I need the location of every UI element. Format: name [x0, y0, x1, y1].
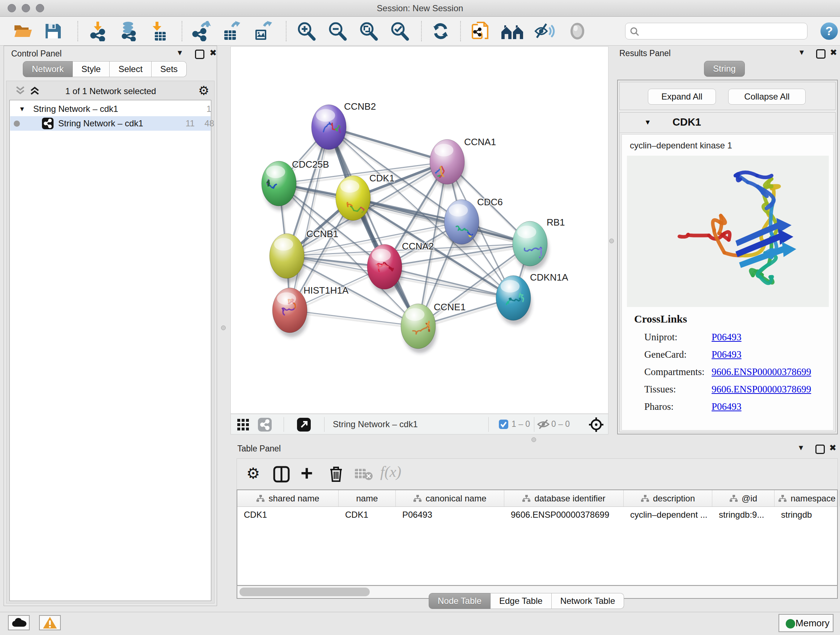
crosslink-link[interactable]: P06493: [712, 332, 742, 343]
column-header-shared-name[interactable]: shared name: [237, 490, 339, 507]
crosslink-link[interactable]: P06493: [712, 349, 742, 360]
scrollbar-thumb[interactable]: [240, 587, 370, 596]
collection-count: 1: [200, 104, 211, 114]
svg-text:?: ?: [826, 24, 833, 38]
network-collection-row[interactable]: ▼ String Network – cdk1 1: [10, 102, 210, 116]
crosslink-row: Uniprot:P06493: [644, 332, 832, 343]
collapse-panel-icon[interactable]: ▾: [799, 47, 804, 57]
table-cell: CDK1: [237, 507, 339, 523]
show-columns-icon[interactable]: [273, 466, 290, 484]
network-row-selected[interactable]: String Network – cdk1 11 48: [10, 116, 210, 131]
tab-edge-table[interactable]: Edge Table: [491, 593, 552, 609]
node-label: CCNA2: [402, 241, 434, 252]
crosslink-link[interactable]: 9606.ENSP00000378699: [712, 366, 811, 378]
zoom-out-icon[interactable]: [327, 21, 347, 41]
birdseye-grid-icon[interactable]: [237, 418, 249, 432]
delete-table-icon[interactable]: [355, 467, 373, 482]
selected-checkbox-icon[interactable]: [499, 419, 508, 431]
import-network-database-icon[interactable]: [118, 21, 139, 41]
tab-node-table[interactable]: Node Table: [429, 593, 491, 609]
function-builder-icon[interactable]: f(x): [380, 463, 401, 480]
zoom-in-icon[interactable]: [296, 21, 316, 41]
string-home-icon[interactable]: [501, 21, 521, 41]
tree-expander-icon[interactable]: ▼: [19, 105, 25, 113]
node-label: CDK1: [369, 173, 394, 184]
import-table-icon[interactable]: [150, 21, 170, 41]
memory-button[interactable]: Memory: [778, 614, 834, 632]
node-label: CDC6: [477, 196, 503, 207]
export-table-icon[interactable]: [221, 21, 242, 41]
table-header-row: shared namenamecanonical namedatabase id…: [237, 490, 837, 507]
collapse-panel-icon[interactable]: ▾: [178, 48, 182, 57]
expand-all-button[interactable]: Expand All: [648, 89, 716, 105]
tab-style[interactable]: Style: [73, 61, 110, 77]
delete-column-icon[interactable]: [328, 465, 344, 484]
tab-sets[interactable]: Sets: [152, 61, 187, 77]
string-network-icon: [42, 117, 54, 130]
search-icon: [630, 27, 639, 36]
section-expander-icon[interactable]: ▼: [644, 119, 651, 126]
column-header-database-identifier[interactable]: database identifier: [504, 490, 624, 507]
gene-description: cyclin–dependent kinase 1: [630, 141, 732, 150]
column-label: canonical name: [425, 494, 486, 504]
collapse-all-button[interactable]: Collapse All: [728, 89, 806, 105]
table-row[interactable]: CDK1CDK1P064939606.ENSP00000378699cyclin…: [237, 507, 837, 523]
network-view-title: String Network – cdk1: [333, 419, 418, 429]
open-session-icon[interactable]: [13, 21, 33, 41]
save-session-icon[interactable]: [43, 21, 63, 41]
network-view[interactable]: CCNB2CCNA1CDC25BCDK1CDC6RB1CCNB1CCNA2CDK…: [231, 46, 608, 414]
network-type-icon[interactable]: [257, 417, 272, 433]
tab-network[interactable]: Network: [23, 61, 73, 77]
import-network-file-icon[interactable]: [88, 21, 109, 41]
open-in-window-icon[interactable]: [297, 417, 311, 433]
show-hide-icon[interactable]: [534, 21, 554, 41]
tab-select[interactable]: Select: [110, 61, 152, 77]
edge-count: 48: [200, 119, 214, 128]
column-label: shared name: [268, 494, 319, 504]
node-label: CDC25B: [292, 159, 329, 170]
column-header-namespace[interactable]: namespace: [775, 490, 840, 507]
float-panel-icon[interactable]: [816, 49, 826, 59]
close-panel-icon[interactable]: ✖: [830, 48, 837, 57]
table-options-gear-icon[interactable]: ⚙: [246, 464, 260, 482]
crosslink-link[interactable]: 9606.ENSP00000378699: [712, 384, 811, 395]
column-header-name[interactable]: name: [339, 490, 396, 507]
float-panel-icon[interactable]: [815, 445, 825, 454]
cloud-button[interactable]: [8, 615, 30, 630]
hidden-count: 0 – 0: [551, 419, 570, 429]
export-image-icon[interactable]: [253, 21, 273, 41]
node-gloss: [372, 249, 391, 261]
tab-string[interactable]: String: [704, 61, 745, 77]
column-header-canonical-name[interactable]: canonical name: [396, 490, 504, 507]
zoom-selected-icon[interactable]: [389, 21, 409, 41]
collapse-panel-icon[interactable]: ▾: [799, 442, 803, 453]
crosslink-link[interactable]: P06493: [712, 401, 742, 412]
float-panel-icon[interactable]: [195, 50, 204, 59]
search-input[interactable]: [642, 25, 801, 38]
clone-network-icon[interactable]: [470, 21, 491, 41]
vertical-splitter-handle[interactable]: [221, 325, 226, 330]
help-icon[interactable]: ?: [820, 22, 840, 42]
hidden-eye-icon[interactable]: [537, 419, 550, 431]
shared-column-icon: [729, 494, 738, 502]
results-panel-title: Results Panel: [619, 49, 671, 58]
eye-disabled-icon[interactable]: [567, 21, 587, 41]
column-header-description[interactable]: description: [624, 490, 712, 507]
refresh-icon[interactable]: [431, 21, 451, 41]
network-options-gear-icon[interactable]: ⚙: [198, 83, 209, 98]
table-type-tabs: Node TableEdge TableNetwork Table: [429, 593, 624, 609]
gene-section-header[interactable]: ▼ CDK1: [620, 112, 835, 133]
column-header--id[interactable]: @id: [712, 490, 775, 507]
close-panel-icon[interactable]: ✖: [829, 443, 836, 453]
warnings-button[interactable]: [39, 615, 61, 630]
zoom-fit-icon[interactable]: [358, 21, 378, 41]
crosslink-label: Tissues:: [644, 384, 676, 394]
export-network-icon[interactable]: [191, 21, 211, 41]
node-gloss: [277, 292, 296, 305]
tab-network-table[interactable]: Network Table: [552, 593, 624, 609]
horizontal-splitter-handle[interactable]: [531, 437, 536, 442]
vertical-splitter-handle[interactable]: [609, 239, 614, 243]
close-panel-icon[interactable]: ✖: [210, 48, 217, 58]
add-column-icon[interactable]: +: [301, 464, 313, 483]
fit-selected-crosshair-icon[interactable]: [588, 417, 604, 434]
